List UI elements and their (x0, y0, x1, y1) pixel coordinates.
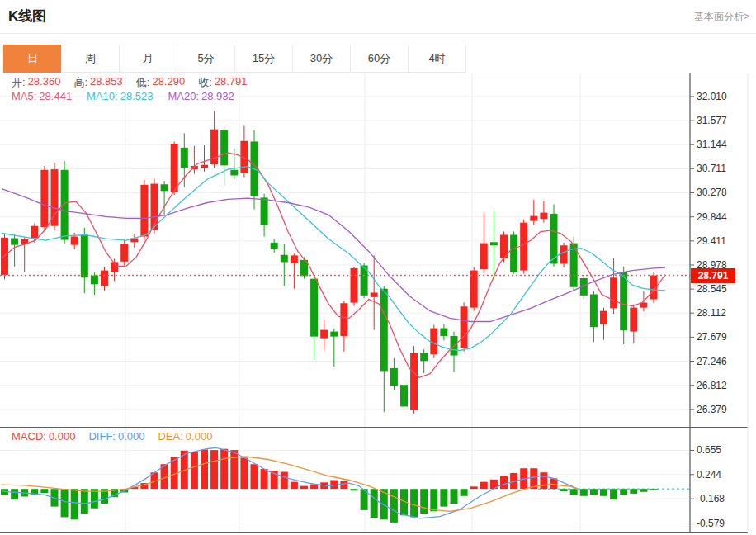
macd-bar[interactable] (230, 450, 238, 489)
candle[interactable] (600, 311, 607, 324)
candle[interactable] (71, 237, 78, 245)
macd-bar[interactable] (540, 472, 547, 489)
candle[interactable] (540, 213, 547, 219)
candle[interactable] (91, 276, 98, 285)
candle[interactable] (610, 277, 617, 308)
macd-bar[interactable] (251, 464, 258, 489)
macd-bar[interactable] (560, 489, 568, 491)
macd-bar[interactable] (11, 489, 18, 499)
candle[interactable] (220, 130, 228, 165)
candle[interactable] (51, 169, 59, 226)
candle[interactable] (470, 271, 478, 308)
candle[interactable] (271, 243, 278, 249)
macd-bar[interactable] (610, 489, 617, 499)
candle[interactable] (420, 353, 428, 361)
macd-bar[interactable] (410, 489, 418, 517)
macd-bar[interactable] (500, 476, 508, 490)
candle[interactable] (590, 294, 598, 327)
macd-bar[interactable] (81, 489, 88, 514)
macd-bar[interactable] (580, 489, 588, 496)
candle[interactable] (390, 368, 398, 386)
candle[interactable] (400, 385, 408, 406)
candle[interactable] (430, 329, 437, 355)
candle[interactable] (340, 303, 347, 336)
candle[interactable] (630, 308, 637, 332)
macd-bar[interactable] (390, 489, 398, 523)
macd-bar[interactable] (220, 449, 228, 490)
candle[interactable] (530, 216, 537, 221)
macd-bar[interactable] (210, 450, 218, 489)
candle[interactable] (461, 306, 468, 348)
candle[interactable] (171, 144, 178, 192)
macd-bar[interactable] (191, 452, 198, 489)
macd-bar[interactable] (40, 489, 48, 493)
macd-bar[interactable] (630, 489, 637, 494)
macd-bar[interactable] (371, 489, 378, 518)
tab-5min[interactable]: 5分 (177, 45, 235, 73)
macd-bar[interactable] (351, 489, 358, 490)
candle[interactable] (490, 242, 498, 245)
candle[interactable] (520, 223, 527, 271)
macd-bar[interactable] (310, 484, 318, 489)
tab-month[interactable]: 月 (119, 45, 177, 73)
macd-bar[interactable] (590, 489, 598, 495)
tab-week[interactable]: 周 (61, 45, 120, 73)
kline-chart[interactable]: 32.01031.57731.14430.71130.27829.84429.4… (0, 73, 756, 535)
fundamental-analysis-link[interactable]: 基本面分析> (694, 10, 749, 24)
macd-bar[interactable] (570, 489, 578, 495)
macd-bar[interactable] (600, 489, 607, 496)
macd-bar[interactable] (640, 489, 647, 492)
macd-bar[interactable] (650, 489, 658, 490)
candle[interactable] (281, 255, 288, 263)
macd-bar[interactable] (340, 481, 347, 489)
candle[interactable] (620, 272, 627, 331)
candle[interactable] (380, 289, 388, 372)
tab-30min[interactable]: 30分 (292, 45, 351, 73)
macd-bar[interactable] (261, 469, 268, 489)
tab-day[interactable]: 日 (3, 45, 62, 73)
candle[interactable] (560, 245, 568, 263)
macd-bar[interactable] (300, 486, 308, 490)
macd-bar[interactable] (281, 472, 288, 490)
candle[interactable] (11, 239, 18, 245)
candle[interactable] (351, 268, 358, 303)
macd-bar[interactable] (291, 482, 298, 490)
candle[interactable] (151, 184, 158, 230)
candle[interactable] (261, 197, 268, 225)
candle[interactable] (81, 234, 88, 277)
macd-bar[interactable] (440, 489, 447, 506)
candle[interactable] (140, 185, 148, 237)
candle[interactable] (120, 244, 128, 262)
candle[interactable] (161, 184, 168, 191)
macd-bar[interactable] (480, 482, 488, 490)
candle[interactable] (291, 255, 298, 263)
candle[interactable] (510, 234, 517, 272)
tab-60min[interactable]: 60分 (350, 45, 409, 73)
candle[interactable] (320, 330, 328, 339)
candle[interactable] (201, 165, 208, 168)
candle[interactable] (101, 271, 108, 286)
kline-chart-canvas[interactable]: 32.01031.57731.14430.71130.27829.84429.4… (0, 73, 756, 535)
tab-15min[interactable]: 15分 (234, 45, 293, 73)
candle[interactable] (230, 170, 238, 176)
candle[interactable] (330, 332, 338, 337)
candle[interactable] (61, 170, 69, 240)
macd-bar[interactable] (451, 489, 458, 504)
macd-bar[interactable] (240, 457, 248, 489)
candle[interactable] (40, 170, 48, 227)
candle[interactable] (480, 244, 488, 270)
candle[interactable] (31, 226, 38, 239)
macd-bar[interactable] (420, 489, 428, 514)
candle[interactable] (181, 148, 188, 168)
macd-bar[interactable] (61, 489, 69, 517)
candle[interactable] (371, 292, 378, 296)
macd-bar[interactable] (461, 489, 468, 496)
macd-bar[interactable] (470, 486, 478, 489)
macd-bar[interactable] (620, 489, 627, 495)
macd-bar[interactable] (71, 489, 78, 519)
candle[interactable] (440, 329, 447, 336)
tab-4hour[interactable]: 4时 (408, 45, 466, 73)
macd-bar[interactable] (430, 489, 437, 511)
candle[interactable] (310, 279, 318, 337)
macd-bar[interactable] (201, 449, 208, 489)
